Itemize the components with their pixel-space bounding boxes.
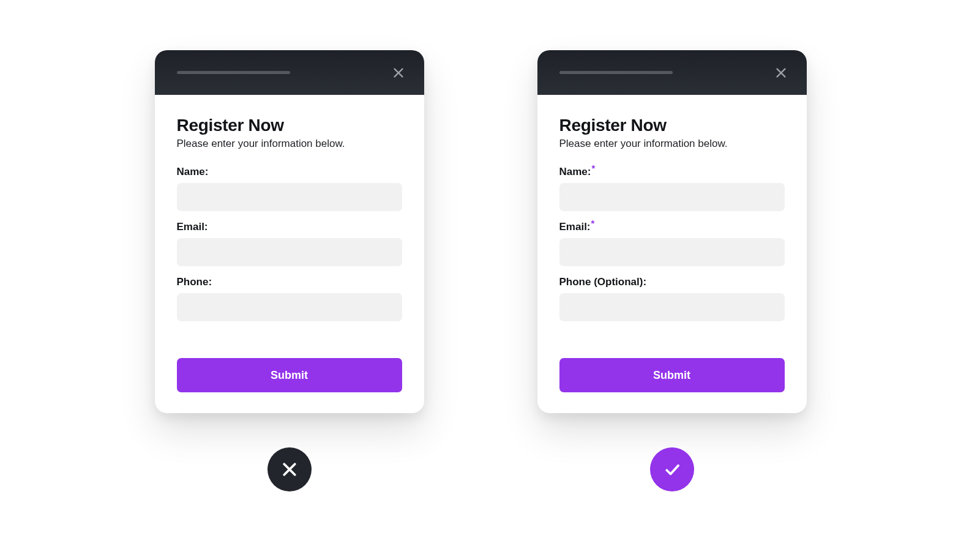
email-label: Email:	[177, 221, 208, 233]
check-icon	[663, 460, 681, 479]
field-name: Name:*	[559, 166, 785, 211]
verdict-badge-bad	[267, 447, 312, 491]
phone-input[interactable]	[177, 293, 402, 321]
close-button[interactable]	[390, 64, 407, 81]
field-email: Email:	[177, 221, 402, 266]
required-marker: *	[591, 163, 595, 173]
email-input[interactable]	[559, 238, 785, 266]
field-phone: Phone:	[177, 276, 402, 321]
field-name: Name:	[177, 166, 402, 211]
submit-button[interactable]: Submit	[559, 358, 785, 392]
register-form: Name:* Email:* Phone (Optional): Submit	[559, 166, 785, 392]
register-card-right: Register Now Please enter your informati…	[537, 50, 807, 413]
card-body: Register Now Please enter your informati…	[155, 95, 424, 413]
card-body: Register Now Please enter your informati…	[537, 95, 807, 413]
example-good: Register Now Please enter your informati…	[537, 50, 807, 491]
form-title: Register Now	[559, 116, 785, 135]
header-placeholder-line	[559, 71, 673, 74]
field-phone: Phone (Optional):	[559, 276, 785, 321]
header-placeholder-line	[177, 71, 290, 74]
close-icon	[392, 66, 405, 80]
x-icon	[280, 460, 299, 479]
name-label: Name:	[559, 166, 591, 178]
form-subtitle: Please enter your information below.	[559, 138, 785, 150]
card-header	[155, 50, 424, 95]
form-subtitle: Please enter your information below.	[177, 138, 402, 150]
phone-label: Phone (Optional):	[559, 276, 647, 288]
example-bad: Register Now Please enter your informati…	[155, 50, 424, 491]
close-icon	[774, 66, 788, 80]
required-marker: *	[591, 218, 595, 228]
close-button[interactable]	[772, 64, 790, 81]
name-input[interactable]	[177, 183, 402, 211]
phone-input[interactable]	[559, 293, 785, 321]
email-input[interactable]	[177, 238, 402, 266]
form-title: Register Now	[177, 116, 402, 135]
email-label: Email:	[559, 221, 591, 233]
register-form: Name: Email: Phone: Submit	[177, 166, 402, 392]
verdict-badge-good	[650, 447, 694, 491]
name-label: Name:	[177, 166, 209, 178]
register-card-left: Register Now Please enter your informati…	[155, 50, 424, 413]
submit-button[interactable]: Submit	[177, 358, 402, 392]
field-email: Email:*	[559, 221, 785, 266]
phone-label: Phone:	[177, 276, 212, 288]
card-header	[537, 50, 807, 95]
name-input[interactable]	[559, 183, 785, 211]
